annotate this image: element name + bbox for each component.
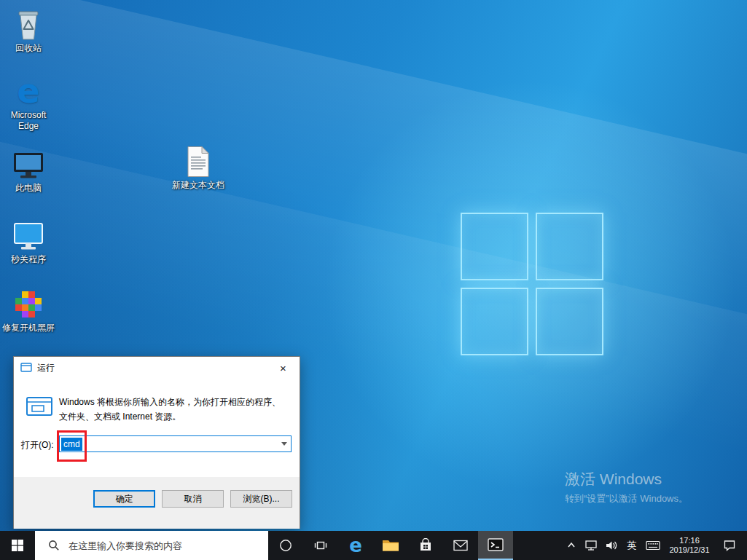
store-button[interactable]: [408, 531, 443, 560]
desktop-icon-recycle-bin[interactable]: 回收站: [0, 7, 57, 54]
icon-label: 新建文本文档: [172, 180, 224, 191]
system-tray: 英 17:16 2019/12/31: [562, 531, 747, 560]
file-explorer-button[interactable]: [373, 531, 408, 560]
search-icon: [48, 540, 60, 551]
desktop: 回收站 e Microsoft Edge 此电脑 秒关程序 修: [0, 0, 747, 560]
mail-icon: [453, 540, 468, 551]
ime-button[interactable]: [642, 531, 664, 560]
icon-label: Microsoft Edge: [4, 110, 52, 132]
desktop-icon-new-text-doc[interactable]: 新建文本文档: [170, 146, 227, 191]
command-prompt-button[interactable]: [478, 531, 513, 560]
run-dialog-titlebar[interactable]: 运行: [14, 357, 300, 379]
windows-logo-pane: [536, 213, 603, 280]
speaker-icon: [605, 540, 618, 551]
cancel-button[interactable]: 取消: [162, 490, 224, 508]
task-view-icon: [314, 539, 327, 552]
run-dialog-body-icon: [26, 396, 53, 418]
windows-logo-pane: [461, 288, 528, 355]
edge-icon: e: [17, 74, 39, 108]
open-field-label: 打开(O):: [21, 439, 54, 451]
clock-date: 2019/12/31: [669, 545, 709, 555]
activation-line2: 转到“设置”以激活 Windows。: [565, 492, 688, 505]
taskbar: e: [0, 531, 747, 560]
volume-button[interactable]: [601, 531, 622, 560]
ok-button[interactable]: 确定: [93, 490, 155, 508]
desktop-icon-this-pc[interactable]: 此电脑: [0, 150, 57, 194]
combobox-dropdown-button[interactable]: [277, 436, 291, 451]
desktop-icon-quick-close[interactable]: 秒关程序: [0, 221, 57, 265]
desktop-icon-edge[interactable]: e Microsoft Edge: [0, 74, 57, 132]
recycle-bin-icon: [14, 7, 43, 41]
run-input-value[interactable]: cmd: [61, 438, 82, 451]
ime-keyboard-icon: [646, 540, 660, 551]
windows-logo-pane: [536, 288, 603, 355]
mail-button[interactable]: [443, 531, 478, 560]
taskbar-edge-button[interactable]: e: [338, 531, 373, 560]
clock-time: 17:16: [679, 536, 700, 545]
run-dialog-description: Windows 将根据你所输入的名称，为你打开相应的程序、 文件夹、文档或 In…: [59, 395, 281, 424]
action-center-button[interactable]: [715, 531, 744, 560]
wallpaper-light-ray: [0, 0, 747, 372]
dialog-title: 运行: [37, 362, 55, 374]
cortana-button[interactable]: [268, 531, 303, 560]
run-open-combobox[interactable]: cmd: [59, 435, 292, 452]
icon-label: 回收站: [15, 43, 42, 54]
icon-label: 修复开机黑屏: [2, 323, 55, 334]
command-prompt-icon: [488, 537, 504, 552]
icon-label: 此电脑: [15, 183, 42, 194]
file-explorer-icon: [382, 538, 399, 553]
app-window-icon: [12, 221, 44, 252]
network-icon: [584, 540, 598, 551]
run-dialog-icon: [20, 363, 32, 373]
clock[interactable]: 17:16 2019/12/31: [664, 531, 715, 560]
browse-button[interactable]: 浏览(B)...: [230, 490, 292, 508]
network-button[interactable]: [581, 531, 601, 560]
edge-icon: e: [349, 536, 362, 555]
chevron-up-icon: [566, 540, 576, 551]
activation-watermark: 激活 Windows 转到“设置”以激活 Windows。: [565, 470, 688, 505]
tray-overflow-button[interactable]: [562, 531, 581, 560]
task-view-button[interactable]: [303, 531, 338, 560]
run-dialog: 运行 × Windows 将根据你所输入的名称，为你打开相应的程序、 文件夹、文…: [13, 356, 300, 529]
close-icon[interactable]: ×: [267, 357, 300, 378]
windows-start-icon: [12, 540, 23, 551]
store-icon: [418, 538, 433, 553]
action-center-icon: [723, 539, 736, 552]
desktop-icon-fix-black-screen[interactable]: 修复开机黑屏: [0, 290, 57, 334]
this-pc-icon: [12, 150, 45, 181]
cortana-icon: [279, 539, 292, 552]
description-line2: 文件夹、文档或 Internet 资源。: [59, 409, 281, 424]
taskbar-search-box[interactable]: [35, 531, 268, 560]
start-button[interactable]: [0, 531, 35, 560]
activation-line1: 激活 Windows: [565, 470, 688, 489]
description-line1: Windows 将根据你所输入的名称，为你打开相应的程序、: [59, 395, 281, 409]
language-indicator[interactable]: 英: [622, 531, 642, 560]
icon-label: 秒关程序: [11, 254, 46, 265]
text-document-icon: [186, 146, 211, 178]
search-input[interactable]: [67, 540, 249, 552]
windows-logo-pane: [461, 213, 528, 280]
mosaic-icon: [13, 290, 44, 320]
wallpaper-windows-logo: [461, 213, 603, 355]
chevron-down-icon: [281, 442, 287, 446]
